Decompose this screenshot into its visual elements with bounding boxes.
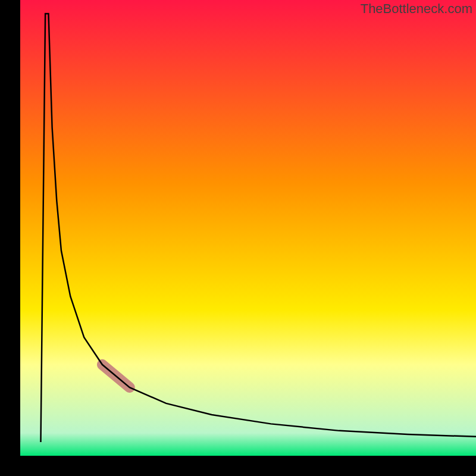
chart-container: TheBottleneck.com	[0, 0, 476, 476]
attribution-text: TheBottleneck.com	[361, 1, 472, 17]
chart-svg	[0, 0, 476, 476]
x-axis	[0, 456, 476, 476]
y-axis	[0, 0, 20, 476]
plot-area	[20, 0, 476, 456]
